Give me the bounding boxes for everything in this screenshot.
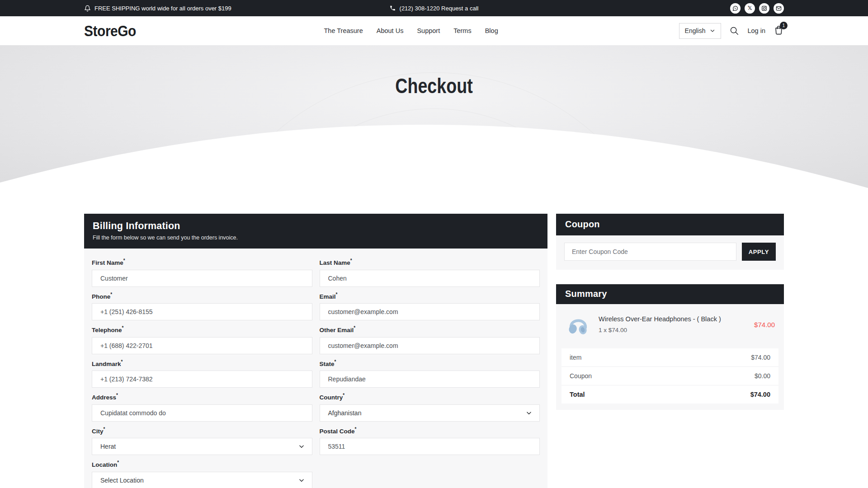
required-asterisk: *: [121, 359, 123, 364]
cart-count-badge: 1: [780, 22, 788, 29]
field-state: State*: [320, 359, 540, 388]
chevron-down-icon: [526, 410, 532, 416]
billing-subtitle: Fill the form below so we can send you t…: [93, 235, 539, 241]
required-asterisk: *: [354, 325, 355, 330]
required-asterisk: *: [335, 359, 336, 364]
location-label: Location*: [92, 460, 312, 468]
state-input[interactable]: [320, 371, 540, 388]
summary-row-label: Coupon: [570, 372, 592, 380]
location-select-value: Select Location: [100, 477, 144, 484]
email-icon[interactable]: [774, 3, 784, 14]
chevron-down-icon: [710, 28, 715, 33]
address-label: Address*: [92, 393, 312, 401]
required-asterisk: *: [110, 292, 112, 297]
address-input[interactable]: [92, 404, 312, 422]
whatsapp-icon[interactable]: [730, 3, 741, 14]
field-first-name: First Name*: [92, 258, 312, 287]
telephone-label: Telephone*: [92, 325, 312, 333]
site-header: StoreGo The Treasure About Us Support Te…: [0, 16, 868, 45]
field-last-name: Last Name*: [320, 258, 540, 287]
required-asterisk: *: [122, 325, 124, 330]
field-email: Email*: [320, 292, 540, 321]
request-call-link[interactable]: (212) 308-1220 Request a call: [390, 0, 479, 16]
field-other-email: Other Email*: [320, 325, 540, 354]
summary-title: Summary: [565, 289, 775, 299]
required-asterisk: *: [116, 393, 118, 398]
other-email-label: Other Email*: [320, 325, 540, 333]
phone-icon: [390, 5, 396, 11]
phone-text: (212) 308-1220 Request a call: [400, 5, 479, 12]
required-asterisk: *: [123, 258, 125, 263]
required-asterisk: *: [104, 427, 105, 432]
country-select-value: Afghanistan: [328, 409, 362, 417]
country-select[interactable]: Afghanistan: [320, 404, 540, 422]
billing-section: Billing Information Fill the form below …: [84, 214, 547, 488]
field-phone: Phone*: [92, 292, 312, 321]
cart-button[interactable]: 1: [774, 25, 784, 37]
product-image-headphones: [565, 311, 591, 338]
summary-row-label: item: [570, 354, 581, 361]
nav-blog[interactable]: Blog: [485, 27, 498, 34]
billing-title: Billing Information: [93, 221, 539, 232]
coupon-title: Coupon: [565, 219, 775, 230]
required-asterisk: *: [343, 393, 344, 398]
instagram-icon[interactable]: [759, 3, 769, 14]
language-value: English: [685, 27, 706, 34]
top-announcement-bar: FREE SHIPPING world wide for all orders …: [0, 0, 868, 16]
page-title: Checkout: [87, 73, 781, 98]
apply-coupon-button[interactable]: APPLY: [742, 243, 776, 261]
checkout-content: Billing Information Fill the form below …: [84, 214, 784, 488]
summary-section: Summary Wireless Over-Ear Headphones - (…: [556, 284, 784, 410]
summary-row-value: $74.00: [750, 391, 770, 398]
field-city: City* Herat: [92, 427, 312, 455]
nav-about-us[interactable]: About Us: [377, 27, 404, 34]
chevron-down-icon: [298, 477, 305, 483]
summary-row-value: $74.00: [751, 354, 770, 361]
nav-support[interactable]: Support: [417, 27, 440, 34]
required-asterisk: *: [336, 292, 338, 297]
search-icon[interactable]: [729, 26, 739, 36]
page-hero: Checkout: [0, 45, 868, 190]
summary-product-row: Wireless Over-Ear Headphones - ( Black )…: [556, 304, 784, 346]
postal-code-label: Postal Code*: [320, 427, 540, 435]
product-name: Wireless Over-Ear Headphones - ( Black ): [599, 315, 749, 323]
landmark-input[interactable]: [92, 371, 312, 388]
nav-the-treasure[interactable]: The Treasure: [324, 27, 363, 34]
summary-row-item: item $74.00: [561, 348, 778, 367]
hero-curve-decoration: [0, 45, 868, 190]
required-asterisk: *: [355, 427, 357, 432]
required-asterisk: *: [350, 258, 352, 263]
last-name-label: Last Name*: [320, 258, 540, 266]
telephone-input[interactable]: [92, 337, 312, 354]
order-sidebar: Coupon APPLY Summary: [556, 214, 784, 488]
location-select[interactable]: Select Location: [92, 472, 312, 488]
city-select-value: Herat: [100, 443, 116, 450]
bell-icon: [84, 5, 91, 12]
email-input[interactable]: [320, 303, 540, 320]
summary-row-total: Total $74.00: [561, 385, 778, 404]
phone-input[interactable]: [92, 303, 312, 320]
city-label: City*: [92, 427, 312, 435]
field-country: Country* Afghanistan: [320, 393, 540, 422]
coupon-section: Coupon APPLY: [556, 214, 784, 270]
phone-label: Phone*: [92, 292, 312, 300]
storego-logo[interactable]: StoreGo: [84, 22, 136, 40]
other-email-input[interactable]: [320, 337, 540, 354]
x-twitter-icon[interactable]: 𝕏: [745, 3, 755, 14]
postal-code-input[interactable]: [320, 438, 540, 455]
last-name-input[interactable]: [320, 270, 540, 287]
first-name-input[interactable]: [92, 270, 312, 287]
language-select[interactable]: English: [679, 23, 722, 39]
product-line-total: $74.00: [754, 321, 775, 328]
field-telephone: Telephone*: [92, 325, 312, 354]
product-qty-price: 1 x $74.00: [599, 327, 749, 333]
login-link[interactable]: Log in: [747, 27, 765, 34]
summary-row-value: $0.00: [755, 372, 770, 380]
city-select[interactable]: Herat: [92, 438, 312, 455]
chevron-down-icon: [298, 443, 305, 450]
coupon-code-input[interactable]: [564, 243, 736, 261]
first-name-label: First Name*: [92, 258, 312, 266]
required-asterisk: *: [117, 460, 119, 465]
nav-terms[interactable]: Terms: [453, 27, 471, 34]
field-location: Location* Select Location: [92, 460, 312, 488]
